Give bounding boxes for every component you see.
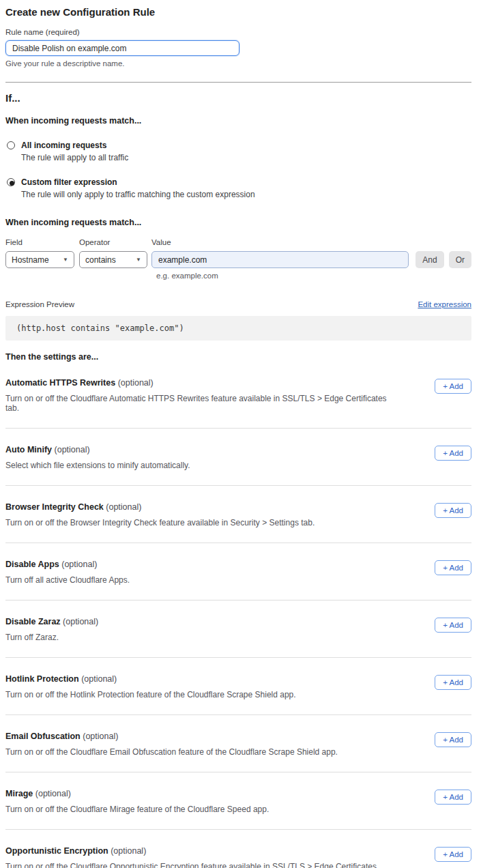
add-button[interactable]: + Add <box>435 503 471 518</box>
radio-description: The rule will only apply to traffic matc… <box>21 190 255 199</box>
rule-name-input[interactable] <box>5 40 239 56</box>
radio-option-all-incoming[interactable]: All incoming requests The rule will appl… <box>5 141 471 162</box>
radio-description: The rule will apply to all traffic <box>21 153 128 162</box>
add-button[interactable]: + Add <box>435 675 471 690</box>
radio-button-selected[interactable] <box>7 178 15 186</box>
setting-item-disable-zaraz: Disable Zaraz (optional) Turn off Zaraz.… <box>5 601 471 657</box>
chevron-down-icon: ▼ <box>136 257 141 263</box>
add-button[interactable]: + Add <box>435 379 471 394</box>
setting-item-hotlink-protection: Hotlink Protection (optional) Turn on or… <box>5 658 471 714</box>
expression-preview-label: Expression Preview <box>5 300 74 308</box>
add-button[interactable]: + Add <box>435 446 471 461</box>
section-divider <box>5 82 471 83</box>
setting-item-email-obfuscation: Email Obfuscation (optional) Turn on or … <box>5 715 471 772</box>
match-heading: When incoming requests match... <box>5 116 471 126</box>
operator-select[interactable]: contains ▼ <box>79 251 147 268</box>
setting-item-opportunistic-encryption: Opportunistic Encryption (optional) Turn… <box>5 830 471 868</box>
setting-description: Turn on or off the Cloudflare Opportunis… <box>5 862 388 868</box>
operator-label: Operator <box>79 238 151 246</box>
if-heading: If... <box>5 92 471 104</box>
setting-item-mirage: Mirage (optional) Turn on or off the Clo… <box>5 772 471 829</box>
configuration-rule-form: Create new Configuration Rule Rule name … <box>0 0 481 868</box>
edit-expression-link[interactable]: Edit expression <box>418 300 471 308</box>
setting-title: Opportunistic Encryption (optional) <box>5 846 388 856</box>
setting-title: Disable Zaraz (optional) <box>5 617 98 626</box>
setting-title: Email Obfuscation (optional) <box>5 732 338 741</box>
setting-title: Browser Integrity Check (optional) <box>5 502 315 512</box>
radio-label: All incoming requests <box>21 141 128 151</box>
setting-title: Disable Apps (optional) <box>5 560 130 569</box>
setting-title: Mirage (optional) <box>5 789 269 798</box>
value-label: Value <box>151 238 409 246</box>
setting-description: Turn on or off the Cloudflare Automatic … <box>5 394 388 413</box>
value-input[interactable] <box>151 251 409 268</box>
then-settings-heading: Then the settings are... <box>5 352 471 362</box>
expression-builder-row: Field Hostname ▼ Operator contains ▼ Val… <box>5 238 471 268</box>
add-button[interactable]: + Add <box>435 560 471 575</box>
setting-description: Select which file extensions to minify a… <box>5 461 190 470</box>
setting-item-disable-apps: Disable Apps (optional) Turn off all act… <box>5 543 471 600</box>
add-button[interactable]: + Add <box>435 847 471 862</box>
radio-label: Custom filter expression <box>21 177 255 188</box>
setting-description: Turn on or off the Cloudflare Mirage fea… <box>5 805 269 814</box>
setting-description: Turn on or off the Browser Integrity Che… <box>5 518 315 527</box>
add-button[interactable]: + Add <box>435 732 471 747</box>
add-button[interactable]: + Add <box>435 618 471 633</box>
chevron-down-icon: ▼ <box>63 257 68 263</box>
rule-name-helper: Give your rule a descriptive name. <box>5 59 471 68</box>
setting-description: Turn on or off the Hotlink Protection fe… <box>5 690 296 699</box>
setting-item-auto-minify: Auto Minify (optional) Select which file… <box>5 429 471 485</box>
radio-option-custom-expression[interactable]: Custom filter expression The rule will o… <box>5 177 471 199</box>
value-helper: e.g. example.com <box>156 272 471 280</box>
builder-heading: When incoming requests match... <box>5 218 471 227</box>
and-button[interactable]: And <box>416 251 443 268</box>
page-title: Create new Configuration Rule <box>5 6 471 18</box>
or-button[interactable]: Or <box>449 251 471 268</box>
setting-title: Automatic HTTPS Rewrites (optional) <box>5 378 388 388</box>
field-label: Field <box>5 238 79 246</box>
setting-item-automatic-https-rewrites: Automatic HTTPS Rewrites (optional) Turn… <box>5 362 471 428</box>
radio-button[interactable] <box>7 141 15 149</box>
setting-item-browser-integrity-check: Browser Integrity Check (optional) Turn … <box>5 486 471 542</box>
add-button[interactable]: + Add <box>435 790 471 805</box>
setting-description: Turn on or off the Cloudflare Email Obfu… <box>5 747 338 757</box>
field-select-value: Hostname <box>12 255 49 265</box>
setting-description: Turn off all active Cloudflare Apps. <box>5 575 130 585</box>
expression-preview-code: (http.host contains "example.com") <box>5 316 471 341</box>
setting-description: Turn off Zaraz. <box>5 633 98 642</box>
setting-title: Hotlink Protection (optional) <box>5 674 296 684</box>
field-select[interactable]: Hostname ▼ <box>5 251 74 268</box>
setting-title: Auto Minify (optional) <box>5 445 190 454</box>
rule-name-label: Rule name (required) <box>5 28 471 36</box>
operator-select-value: contains <box>85 255 116 265</box>
